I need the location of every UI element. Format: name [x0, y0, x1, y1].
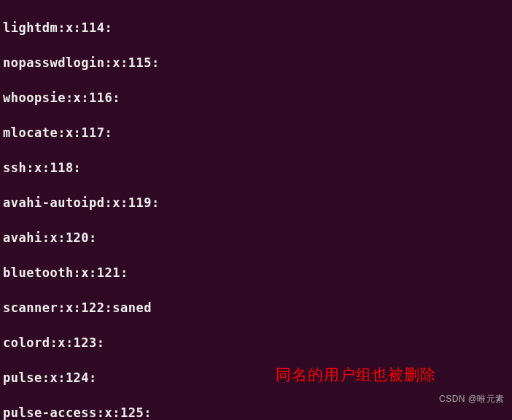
output-line: mlocate:x:117: [3, 124, 509, 141]
output-line: avahi:x:120: [3, 229, 509, 246]
output-line: scanner:x:122:saned [3, 299, 509, 316]
output-line: avahi-autoipd:x:119: [3, 194, 509, 211]
terminal-window[interactable]: lightdm:x:114: nopasswdlogin:x:115: whoo… [0, 0, 512, 420]
annotation-text: 同名的用户组也被删除 [276, 365, 436, 385]
output-line: ssh:x:118: [3, 159, 509, 176]
output-line: bluetooth:x:121: [3, 264, 509, 281]
output-line: lightdm:x:114: [3, 19, 509, 36]
output-line: whoopsie:x:116: [3, 89, 509, 106]
output-line: pulse-access:x:125: [3, 404, 509, 420]
output-line: colord:x:123: [3, 334, 509, 351]
output-line: nopasswdlogin:x:115: [3, 54, 509, 71]
watermark-text: CSDN @唯元素 [439, 393, 505, 405]
